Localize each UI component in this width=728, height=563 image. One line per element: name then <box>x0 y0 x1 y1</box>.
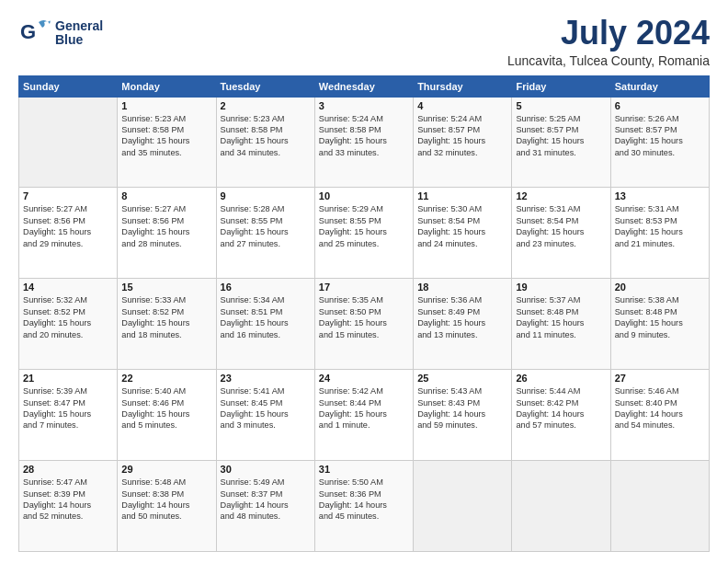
calendar-cell: 4Sunrise: 5:24 AM Sunset: 8:57 PM Daylig… <box>414 97 512 188</box>
day-number: 4 <box>417 100 507 111</box>
day-number: 13 <box>615 190 705 201</box>
day-number: 19 <box>516 282 606 293</box>
day-detail: Sunrise: 5:37 AM Sunset: 8:48 PM Dayligh… <box>516 294 606 340</box>
day-number: 22 <box>121 373 211 384</box>
calendar-cell <box>512 461 610 552</box>
calendar-cell: 11Sunrise: 5:30 AM Sunset: 8:54 PM Dayli… <box>414 188 512 279</box>
day-detail: Sunrise: 5:32 AM Sunset: 8:52 PM Dayligh… <box>23 294 113 340</box>
day-detail: Sunrise: 5:23 AM Sunset: 8:58 PM Dayligh… <box>121 113 211 159</box>
day-number: 23 <box>221 373 311 384</box>
calendar-cell: 28Sunrise: 5:47 AM Sunset: 8:39 PM Dayli… <box>19 461 118 552</box>
calendar-cell: 17Sunrise: 5:35 AM Sunset: 8:50 PM Dayli… <box>314 279 413 370</box>
day-detail: Sunrise: 5:38 AM Sunset: 8:48 PM Dayligh… <box>615 294 705 340</box>
day-number: 25 <box>417 373 507 384</box>
day-detail: Sunrise: 5:26 AM Sunset: 8:57 PM Dayligh… <box>615 113 705 159</box>
calendar-cell: 30Sunrise: 5:49 AM Sunset: 8:37 PM Dayli… <box>216 461 314 552</box>
calendar-cell: 12Sunrise: 5:31 AM Sunset: 8:54 PM Dayli… <box>512 188 610 279</box>
day-detail: Sunrise: 5:25 AM Sunset: 8:57 PM Dayligh… <box>516 113 606 159</box>
weekday-header-row: Sunday Monday Tuesday Wednesday Thursday… <box>19 75 710 97</box>
day-detail: Sunrise: 5:33 AM Sunset: 8:52 PM Dayligh… <box>121 294 211 340</box>
day-number: 2 <box>221 100 311 111</box>
header-wednesday: Wednesday <box>314 75 413 97</box>
day-detail: Sunrise: 5:29 AM Sunset: 8:55 PM Dayligh… <box>319 203 409 249</box>
header-friday: Friday <box>512 75 610 97</box>
header-saturday: Saturday <box>610 75 709 97</box>
calendar-week-1: 1Sunrise: 5:23 AM Sunset: 8:58 PM Daylig… <box>19 97 710 188</box>
calendar-cell: 16Sunrise: 5:34 AM Sunset: 8:51 PM Dayli… <box>216 279 314 370</box>
calendar-cell: 18Sunrise: 5:36 AM Sunset: 8:49 PM Dayli… <box>414 279 512 370</box>
month-title: July 2024 <box>507 15 710 52</box>
calendar-header: Sunday Monday Tuesday Wednesday Thursday… <box>19 75 710 97</box>
day-detail: Sunrise: 5:36 AM Sunset: 8:49 PM Dayligh… <box>417 294 507 340</box>
calendar-cell: 15Sunrise: 5:33 AM Sunset: 8:52 PM Dayli… <box>118 279 216 370</box>
logo-line2: Blue <box>55 33 103 47</box>
calendar-cell: 22Sunrise: 5:40 AM Sunset: 8:46 PM Dayli… <box>118 370 216 461</box>
day-detail: Sunrise: 5:28 AM Sunset: 8:55 PM Dayligh… <box>221 203 311 249</box>
calendar-cell <box>19 97 118 188</box>
calendar-cell: 29Sunrise: 5:48 AM Sunset: 8:38 PM Dayli… <box>118 461 216 552</box>
day-number: 26 <box>516 373 606 384</box>
day-detail: Sunrise: 5:44 AM Sunset: 8:42 PM Dayligh… <box>516 385 606 431</box>
calendar-cell: 5Sunrise: 5:25 AM Sunset: 8:57 PM Daylig… <box>512 97 610 188</box>
day-number: 9 <box>221 190 311 201</box>
day-detail: Sunrise: 5:42 AM Sunset: 8:44 PM Dayligh… <box>319 385 409 431</box>
day-number: 21 <box>23 373 113 384</box>
day-detail: Sunrise: 5:41 AM Sunset: 8:45 PM Dayligh… <box>221 385 311 431</box>
day-detail: Sunrise: 5:24 AM Sunset: 8:57 PM Dayligh… <box>417 113 507 159</box>
location-title: Luncavita, Tulcea County, Romania <box>507 53 710 68</box>
day-detail: Sunrise: 5:27 AM Sunset: 8:56 PM Dayligh… <box>23 203 113 249</box>
calendar-cell: 31Sunrise: 5:50 AM Sunset: 8:36 PM Dayli… <box>314 461 413 552</box>
day-number: 28 <box>23 464 113 475</box>
calendar-week-3: 14Sunrise: 5:32 AM Sunset: 8:52 PM Dayli… <box>19 279 710 370</box>
day-detail: Sunrise: 5:47 AM Sunset: 8:39 PM Dayligh… <box>23 477 113 523</box>
header-monday: Monday <box>118 75 216 97</box>
calendar-cell: 10Sunrise: 5:29 AM Sunset: 8:55 PM Dayli… <box>314 188 413 279</box>
day-number: 20 <box>615 282 705 293</box>
header: G General Blue July 2024 Luncavita, Tulc… <box>18 15 710 68</box>
svg-text:G: G <box>20 20 36 43</box>
day-number: 10 <box>319 190 409 201</box>
calendar-cell: 6Sunrise: 5:26 AM Sunset: 8:57 PM Daylig… <box>610 97 709 188</box>
day-detail: Sunrise: 5:48 AM Sunset: 8:38 PM Dayligh… <box>121 477 211 523</box>
calendar-body: 1Sunrise: 5:23 AM Sunset: 8:58 PM Daylig… <box>19 97 710 551</box>
day-detail: Sunrise: 5:31 AM Sunset: 8:53 PM Dayligh… <box>615 203 705 249</box>
header-thursday: Thursday <box>414 75 512 97</box>
calendar-page: G General Blue July 2024 Luncavita, Tulc… <box>0 0 728 563</box>
calendar-cell: 13Sunrise: 5:31 AM Sunset: 8:53 PM Dayli… <box>610 188 709 279</box>
day-number: 16 <box>221 282 311 293</box>
header-tuesday: Tuesday <box>216 75 314 97</box>
calendar-cell: 24Sunrise: 5:42 AM Sunset: 8:44 PM Dayli… <box>314 370 413 461</box>
day-number: 24 <box>319 373 409 384</box>
day-detail: Sunrise: 5:49 AM Sunset: 8:37 PM Dayligh… <box>221 477 311 523</box>
calendar-cell: 3Sunrise: 5:24 AM Sunset: 8:58 PM Daylig… <box>314 97 413 188</box>
logo-line1: General <box>55 19 103 33</box>
day-detail: Sunrise: 5:30 AM Sunset: 8:54 PM Dayligh… <box>417 203 507 249</box>
day-detail: Sunrise: 5:40 AM Sunset: 8:46 PM Dayligh… <box>121 385 211 431</box>
day-number: 6 <box>615 100 705 111</box>
calendar-cell: 21Sunrise: 5:39 AM Sunset: 8:47 PM Dayli… <box>19 370 118 461</box>
day-number: 7 <box>23 190 113 201</box>
day-detail: Sunrise: 5:35 AM Sunset: 8:50 PM Dayligh… <box>319 294 409 340</box>
day-number: 31 <box>319 464 409 475</box>
calendar-cell: 2Sunrise: 5:23 AM Sunset: 8:58 PM Daylig… <box>216 97 314 188</box>
calendar-cell: 7Sunrise: 5:27 AM Sunset: 8:56 PM Daylig… <box>19 188 118 279</box>
calendar-week-5: 28Sunrise: 5:47 AM Sunset: 8:39 PM Dayli… <box>19 461 710 552</box>
day-detail: Sunrise: 5:46 AM Sunset: 8:40 PM Dayligh… <box>615 385 705 431</box>
calendar-cell <box>414 461 512 552</box>
day-detail: Sunrise: 5:39 AM Sunset: 8:47 PM Dayligh… <box>23 385 113 431</box>
day-detail: Sunrise: 5:31 AM Sunset: 8:54 PM Dayligh… <box>516 203 606 249</box>
day-detail: Sunrise: 5:27 AM Sunset: 8:56 PM Dayligh… <box>121 203 211 249</box>
day-detail: Sunrise: 5:43 AM Sunset: 8:43 PM Dayligh… <box>417 385 507 431</box>
calendar-cell: 9Sunrise: 5:28 AM Sunset: 8:55 PM Daylig… <box>216 188 314 279</box>
title-area: July 2024 Luncavita, Tulcea County, Roma… <box>507 15 710 68</box>
day-number: 17 <box>319 282 409 293</box>
day-number: 1 <box>121 100 211 111</box>
day-number: 15 <box>121 282 211 293</box>
logo-icon: G <box>18 15 51 48</box>
day-number: 8 <box>121 190 211 201</box>
calendar-cell: 26Sunrise: 5:44 AM Sunset: 8:42 PM Dayli… <box>512 370 610 461</box>
calendar-cell: 8Sunrise: 5:27 AM Sunset: 8:56 PM Daylig… <box>118 188 216 279</box>
day-number: 29 <box>121 464 211 475</box>
day-number: 11 <box>417 190 507 201</box>
calendar-cell: 27Sunrise: 5:46 AM Sunset: 8:40 PM Dayli… <box>610 370 709 461</box>
